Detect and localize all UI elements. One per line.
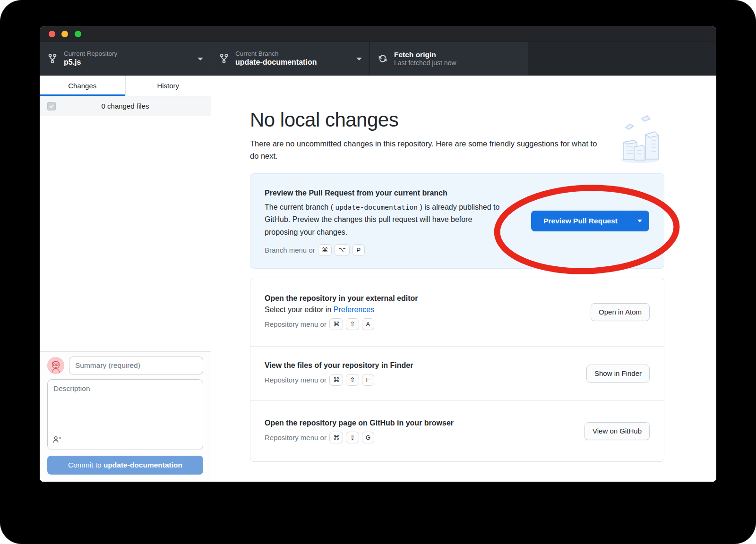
tab-history[interactable]: History <box>126 76 211 96</box>
suggestion-editor-text: Select your editor in <box>265 306 334 314</box>
key-shift: ⇧ <box>346 432 359 443</box>
suggestion-shortcut-line: Repository menu or ⌘ ⇧ F <box>265 374 586 386</box>
preview-pull-request-button[interactable]: Preview Pull Request <box>531 211 649 231</box>
select-all-checkbox[interactable] <box>47 102 56 110</box>
user-avatar <box>47 357 64 374</box>
current-branch-label: Current Branch <box>235 50 317 58</box>
preferences-link[interactable]: Preferences <box>334 306 374 314</box>
description-input[interactable] <box>47 379 203 450</box>
key-g: G <box>362 432 375 443</box>
suggestion-shortcut-label: Repository menu or <box>265 434 326 442</box>
preview-pr-card-body: The current branch ( update-documentatio… <box>265 201 503 238</box>
suggestion-editor-line: Select your editor in Preferences <box>265 306 591 314</box>
key-cmd: ⌘ <box>329 318 344 330</box>
suggestion-external-editor: Open the repository in your external edi… <box>250 278 664 347</box>
pr-shortcut-label: Branch menu or <box>265 246 315 254</box>
description-field-wrapper <box>47 379 203 450</box>
commit-button-prefix: Commit to <box>68 461 103 469</box>
show-in-finder-button[interactable]: Show in Finder <box>586 365 650 382</box>
key-shift: ⇧ <box>346 374 359 386</box>
summary-input[interactable] <box>69 357 203 374</box>
fetch-origin-subtitle: Last fetched just now <box>394 59 456 68</box>
current-repository-label: Current Repository <box>64 50 117 58</box>
key-a: A <box>362 318 374 330</box>
pr-body-branch-code: update-documentation <box>335 204 418 211</box>
suggestion-title: Open the repository page on GitHub in yo… <box>265 419 584 427</box>
screenshot-canvas: Current Repository p5.js Current Branch … <box>0 0 756 544</box>
preview-pull-request-label: Preview Pull Request <box>531 211 630 231</box>
github-desktop-window: Current Repository p5.js Current Branch … <box>40 26 716 482</box>
main-content: No local changes There are no uncommitte… <box>211 76 716 482</box>
suggestion-title: View the files of your repository in Fin… <box>265 361 586 370</box>
suggestion-view-on-github: Open the repository page on GitHub in yo… <box>250 401 664 461</box>
fetch-origin-title: Fetch origin <box>394 50 456 59</box>
git-fork-icon <box>47 53 58 64</box>
paper-stack-illustration <box>612 115 664 166</box>
close-window-button[interactable] <box>49 31 55 37</box>
tab-changes[interactable]: Changes <box>40 76 126 96</box>
key-shift: ⇧ <box>346 318 359 330</box>
suggestion-shortcut-line: Repository menu or ⌘ ⇧ A <box>265 318 591 330</box>
suggestion-shortcut-label: Repository menu or <box>265 376 326 384</box>
tab-history-label: History <box>157 82 179 90</box>
current-repository-dropdown[interactable]: Current Repository p5.js <box>40 42 211 75</box>
app-body: Changes History 0 changed files <box>40 76 716 482</box>
changed-files-count: 0 changed files <box>102 102 149 110</box>
sidebar: Changes History 0 changed files <box>40 76 211 482</box>
sync-arrows-icon <box>378 53 388 64</box>
page-subtitle: There are no uncommitted changes in this… <box>250 137 604 162</box>
sidebar-tabbar: Changes History <box>40 76 211 96</box>
suggestion-shortcut-line: Repository menu or ⌘ ⇧ G <box>265 432 584 443</box>
commit-button[interactable]: Commit to update-documentation <box>47 456 203 475</box>
preview-pr-dropdown-toggle[interactable] <box>630 211 649 231</box>
window-titlebar <box>40 26 716 42</box>
view-on-github-button[interactable]: View on GitHub <box>584 422 650 440</box>
suggestions-list: Open the repository in your external edi… <box>250 278 664 462</box>
chevron-down-icon <box>356 58 362 60</box>
suggestion-title: Open the repository in your external edi… <box>265 294 591 303</box>
git-branch-icon <box>219 53 229 64</box>
commit-form: Commit to update-documentation <box>40 351 211 482</box>
caret-down-icon <box>637 220 642 222</box>
suggestion-show-in-finder: View the files of your repository in Fin… <box>250 347 664 401</box>
commit-button-branch: update-documentation <box>103 461 182 469</box>
suggestion-shortcut-label: Repository menu or <box>265 320 326 328</box>
minimize-window-button[interactable] <box>61 31 68 37</box>
current-repository-value: p5.js <box>64 58 117 67</box>
chevron-down-icon <box>198 58 203 60</box>
zoom-window-button[interactable] <box>75 31 81 37</box>
key-p: P <box>352 244 365 256</box>
checkmark-icon <box>49 103 54 109</box>
preview-pr-card-title: Preview the Pull Request from your curre… <box>265 189 650 197</box>
key-f: F <box>362 374 374 386</box>
changed-files-list <box>40 116 211 351</box>
current-branch-dropdown[interactable]: Current Branch update-documentation <box>211 42 370 75</box>
open-in-atom-button[interactable]: Open in Atom <box>591 303 650 321</box>
person-plus-icon[interactable] <box>52 435 61 446</box>
current-branch-value: update-documentation <box>235 58 317 67</box>
key-cmd: ⌘ <box>329 432 344 443</box>
app-toolbar: Current Repository p5.js Current Branch … <box>40 42 716 76</box>
page-title: No local changes <box>250 109 664 131</box>
pr-shortcut-line: Branch menu or ⌘ ⌥ P <box>265 244 650 256</box>
preview-pr-card: Preview the Pull Request from your curre… <box>250 173 664 269</box>
changed-files-row: 0 changed files <box>40 96 211 116</box>
key-cmd: ⌘ <box>318 244 332 256</box>
fetch-origin-button[interactable]: Fetch origin Last fetched just now <box>370 42 528 75</box>
key-cmd: ⌘ <box>329 374 344 386</box>
pr-body-text: The current branch ( <box>265 203 335 211</box>
tab-changes-label: Changes <box>68 82 96 90</box>
key-option: ⌥ <box>335 244 350 256</box>
